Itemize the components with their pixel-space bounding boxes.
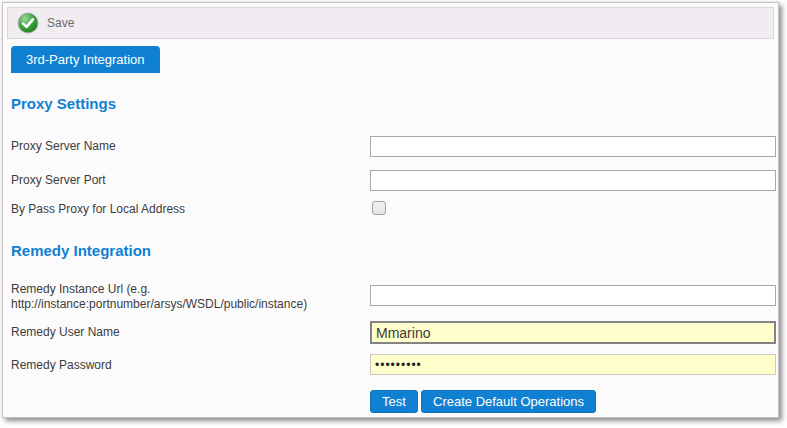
test-button[interactable]: Test (370, 390, 418, 413)
remedy-instance-url-label-line1: Remedy Instance Url (e.g. (11, 282, 150, 296)
toolbar: Save (7, 7, 774, 39)
remedy-user-name-input[interactable] (370, 321, 776, 344)
proxy-server-port-input[interactable] (370, 170, 776, 191)
proxy-server-port-label: Proxy Server Port (11, 173, 106, 188)
save-label: Save (47, 16, 74, 30)
save-button[interactable]: Save (17, 12, 74, 34)
proxy-server-name-label: Proxy Server Name (11, 139, 116, 154)
remedy-user-name-label: Remedy User Name (11, 325, 120, 340)
remedy-instance-url-input[interactable] (370, 285, 776, 306)
bypass-proxy-label: By Pass Proxy for Local Address (11, 202, 185, 217)
remedy-password-input[interactable] (370, 354, 776, 375)
bypass-proxy-checkbox[interactable] (372, 201, 386, 215)
remedy-integration-heading: Remedy Integration (11, 242, 151, 259)
create-default-operations-button[interactable]: Create Default Operations (421, 390, 596, 413)
proxy-settings-heading: Proxy Settings (11, 95, 116, 112)
remedy-password-label: Remedy Password (11, 358, 112, 373)
tab-3rd-party-integration[interactable]: 3rd-Party Integration (11, 46, 160, 73)
remedy-instance-url-label: Remedy Instance Url (e.g. http://instanc… (11, 282, 307, 312)
remedy-instance-url-label-line2: http://instance:portnumber/arsys/WSDL/pu… (11, 297, 307, 311)
settings-panel: Save 3rd-Party Integration Proxy Setting… (2, 2, 779, 418)
save-check-icon (17, 12, 39, 34)
proxy-server-name-input[interactable] (370, 136, 776, 157)
